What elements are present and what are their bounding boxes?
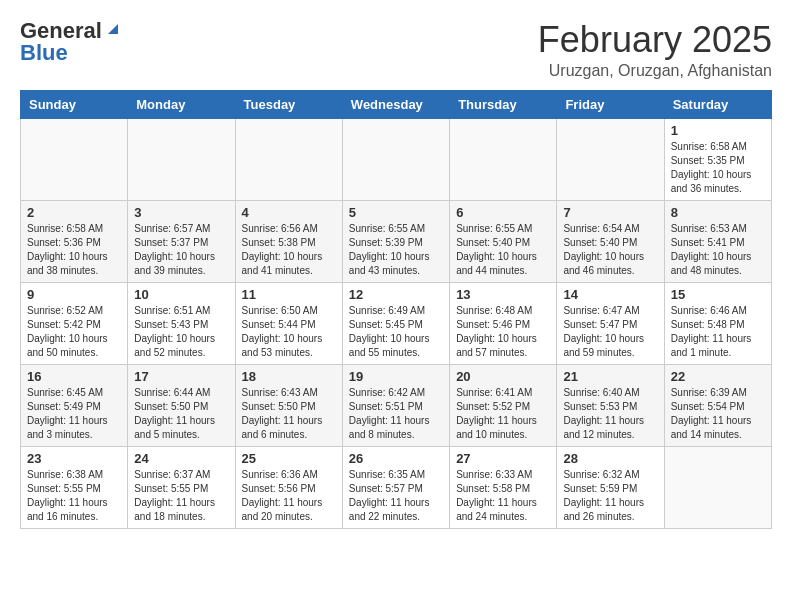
calendar-header-wednesday: Wednesday bbox=[342, 90, 449, 118]
day-info: Sunrise: 6:54 AM Sunset: 5:40 PM Dayligh… bbox=[563, 222, 657, 278]
calendar-cell: 16Sunrise: 6:45 AM Sunset: 5:49 PM Dayli… bbox=[21, 364, 128, 446]
calendar-header-monday: Monday bbox=[128, 90, 235, 118]
title-block: February 2025 Uruzgan, Oruzgan, Afghanis… bbox=[538, 20, 772, 80]
calendar-week-row: 16Sunrise: 6:45 AM Sunset: 5:49 PM Dayli… bbox=[21, 364, 772, 446]
day-number: 18 bbox=[242, 369, 336, 384]
day-number: 16 bbox=[27, 369, 121, 384]
calendar-header-row: SundayMondayTuesdayWednesdayThursdayFrid… bbox=[21, 90, 772, 118]
day-number: 14 bbox=[563, 287, 657, 302]
calendar-cell bbox=[450, 118, 557, 200]
calendar-cell: 11Sunrise: 6:50 AM Sunset: 5:44 PM Dayli… bbox=[235, 282, 342, 364]
day-info: Sunrise: 6:40 AM Sunset: 5:53 PM Dayligh… bbox=[563, 386, 657, 442]
day-info: Sunrise: 6:32 AM Sunset: 5:59 PM Dayligh… bbox=[563, 468, 657, 524]
day-number: 12 bbox=[349, 287, 443, 302]
calendar-cell: 28Sunrise: 6:32 AM Sunset: 5:59 PM Dayli… bbox=[557, 446, 664, 528]
day-info: Sunrise: 6:35 AM Sunset: 5:57 PM Dayligh… bbox=[349, 468, 443, 524]
day-number: 17 bbox=[134, 369, 228, 384]
day-number: 23 bbox=[27, 451, 121, 466]
svg-marker-0 bbox=[108, 24, 118, 34]
calendar-cell: 2Sunrise: 6:58 AM Sunset: 5:36 PM Daylig… bbox=[21, 200, 128, 282]
day-number: 9 bbox=[27, 287, 121, 302]
day-info: Sunrise: 6:49 AM Sunset: 5:45 PM Dayligh… bbox=[349, 304, 443, 360]
calendar-cell: 25Sunrise: 6:36 AM Sunset: 5:56 PM Dayli… bbox=[235, 446, 342, 528]
day-info: Sunrise: 6:48 AM Sunset: 5:46 PM Dayligh… bbox=[456, 304, 550, 360]
day-info: Sunrise: 6:53 AM Sunset: 5:41 PM Dayligh… bbox=[671, 222, 765, 278]
calendar-cell: 10Sunrise: 6:51 AM Sunset: 5:43 PM Dayli… bbox=[128, 282, 235, 364]
day-info: Sunrise: 6:46 AM Sunset: 5:48 PM Dayligh… bbox=[671, 304, 765, 360]
calendar-cell: 3Sunrise: 6:57 AM Sunset: 5:37 PM Daylig… bbox=[128, 200, 235, 282]
calendar-cell: 21Sunrise: 6:40 AM Sunset: 5:53 PM Dayli… bbox=[557, 364, 664, 446]
day-number: 21 bbox=[563, 369, 657, 384]
day-info: Sunrise: 6:56 AM Sunset: 5:38 PM Dayligh… bbox=[242, 222, 336, 278]
logo-blue-text: Blue bbox=[20, 42, 68, 64]
day-number: 11 bbox=[242, 287, 336, 302]
calendar-table: SundayMondayTuesdayWednesdayThursdayFrid… bbox=[20, 90, 772, 529]
logo-general-text: General bbox=[20, 20, 102, 42]
calendar-header-saturday: Saturday bbox=[664, 90, 771, 118]
day-number: 13 bbox=[456, 287, 550, 302]
calendar-cell: 18Sunrise: 6:43 AM Sunset: 5:50 PM Dayli… bbox=[235, 364, 342, 446]
day-info: Sunrise: 6:55 AM Sunset: 5:39 PM Dayligh… bbox=[349, 222, 443, 278]
calendar-cell bbox=[21, 118, 128, 200]
calendar-week-row: 2Sunrise: 6:58 AM Sunset: 5:36 PM Daylig… bbox=[21, 200, 772, 282]
day-number: 22 bbox=[671, 369, 765, 384]
day-number: 3 bbox=[134, 205, 228, 220]
day-number: 2 bbox=[27, 205, 121, 220]
day-number: 10 bbox=[134, 287, 228, 302]
logo-triangle-icon bbox=[104, 20, 122, 38]
calendar-cell: 8Sunrise: 6:53 AM Sunset: 5:41 PM Daylig… bbox=[664, 200, 771, 282]
calendar-cell: 23Sunrise: 6:38 AM Sunset: 5:55 PM Dayli… bbox=[21, 446, 128, 528]
calendar-cell bbox=[557, 118, 664, 200]
calendar-cell: 19Sunrise: 6:42 AM Sunset: 5:51 PM Dayli… bbox=[342, 364, 449, 446]
day-info: Sunrise: 6:36 AM Sunset: 5:56 PM Dayligh… bbox=[242, 468, 336, 524]
calendar-cell: 20Sunrise: 6:41 AM Sunset: 5:52 PM Dayli… bbox=[450, 364, 557, 446]
day-number: 7 bbox=[563, 205, 657, 220]
day-info: Sunrise: 6:47 AM Sunset: 5:47 PM Dayligh… bbox=[563, 304, 657, 360]
calendar-cell: 4Sunrise: 6:56 AM Sunset: 5:38 PM Daylig… bbox=[235, 200, 342, 282]
day-info: Sunrise: 6:55 AM Sunset: 5:40 PM Dayligh… bbox=[456, 222, 550, 278]
day-number: 8 bbox=[671, 205, 765, 220]
day-number: 19 bbox=[349, 369, 443, 384]
day-info: Sunrise: 6:33 AM Sunset: 5:58 PM Dayligh… bbox=[456, 468, 550, 524]
calendar-cell: 9Sunrise: 6:52 AM Sunset: 5:42 PM Daylig… bbox=[21, 282, 128, 364]
day-info: Sunrise: 6:42 AM Sunset: 5:51 PM Dayligh… bbox=[349, 386, 443, 442]
calendar-cell: 12Sunrise: 6:49 AM Sunset: 5:45 PM Dayli… bbox=[342, 282, 449, 364]
page-header: General Blue February 2025 Uruzgan, Oruz… bbox=[20, 20, 772, 80]
calendar-cell: 27Sunrise: 6:33 AM Sunset: 5:58 PM Dayli… bbox=[450, 446, 557, 528]
calendar-cell bbox=[128, 118, 235, 200]
day-number: 15 bbox=[671, 287, 765, 302]
day-number: 1 bbox=[671, 123, 765, 138]
day-info: Sunrise: 6:58 AM Sunset: 5:35 PM Dayligh… bbox=[671, 140, 765, 196]
calendar-cell: 26Sunrise: 6:35 AM Sunset: 5:57 PM Dayli… bbox=[342, 446, 449, 528]
calendar-week-row: 9Sunrise: 6:52 AM Sunset: 5:42 PM Daylig… bbox=[21, 282, 772, 364]
calendar-header-sunday: Sunday bbox=[21, 90, 128, 118]
day-number: 20 bbox=[456, 369, 550, 384]
day-info: Sunrise: 6:43 AM Sunset: 5:50 PM Dayligh… bbox=[242, 386, 336, 442]
day-info: Sunrise: 6:50 AM Sunset: 5:44 PM Dayligh… bbox=[242, 304, 336, 360]
calendar-header-tuesday: Tuesday bbox=[235, 90, 342, 118]
day-number: 27 bbox=[456, 451, 550, 466]
calendar-cell: 13Sunrise: 6:48 AM Sunset: 5:46 PM Dayli… bbox=[450, 282, 557, 364]
day-info: Sunrise: 6:41 AM Sunset: 5:52 PM Dayligh… bbox=[456, 386, 550, 442]
day-info: Sunrise: 6:39 AM Sunset: 5:54 PM Dayligh… bbox=[671, 386, 765, 442]
logo: General Blue bbox=[20, 20, 122, 64]
day-number: 5 bbox=[349, 205, 443, 220]
day-info: Sunrise: 6:44 AM Sunset: 5:50 PM Dayligh… bbox=[134, 386, 228, 442]
day-info: Sunrise: 6:45 AM Sunset: 5:49 PM Dayligh… bbox=[27, 386, 121, 442]
calendar-cell bbox=[664, 446, 771, 528]
calendar-cell: 5Sunrise: 6:55 AM Sunset: 5:39 PM Daylig… bbox=[342, 200, 449, 282]
day-number: 4 bbox=[242, 205, 336, 220]
calendar-cell bbox=[235, 118, 342, 200]
day-info: Sunrise: 6:58 AM Sunset: 5:36 PM Dayligh… bbox=[27, 222, 121, 278]
calendar-week-row: 23Sunrise: 6:38 AM Sunset: 5:55 PM Dayli… bbox=[21, 446, 772, 528]
calendar-cell: 15Sunrise: 6:46 AM Sunset: 5:48 PM Dayli… bbox=[664, 282, 771, 364]
calendar-header-thursday: Thursday bbox=[450, 90, 557, 118]
month-title: February 2025 bbox=[538, 20, 772, 60]
day-number: 25 bbox=[242, 451, 336, 466]
calendar-cell: 24Sunrise: 6:37 AM Sunset: 5:55 PM Dayli… bbox=[128, 446, 235, 528]
day-info: Sunrise: 6:52 AM Sunset: 5:42 PM Dayligh… bbox=[27, 304, 121, 360]
location-title: Uruzgan, Oruzgan, Afghanistan bbox=[538, 62, 772, 80]
day-info: Sunrise: 6:51 AM Sunset: 5:43 PM Dayligh… bbox=[134, 304, 228, 360]
day-info: Sunrise: 6:37 AM Sunset: 5:55 PM Dayligh… bbox=[134, 468, 228, 524]
day-number: 24 bbox=[134, 451, 228, 466]
